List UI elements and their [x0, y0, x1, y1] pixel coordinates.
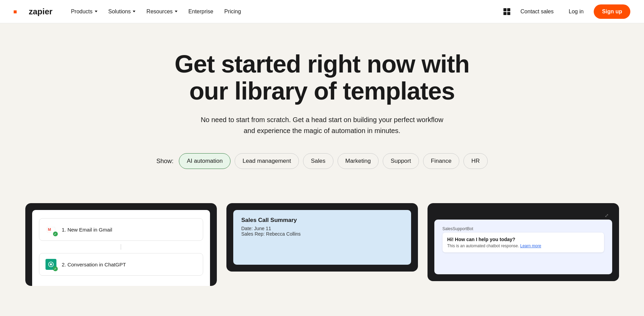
filter-ai-automation[interactable]: AI automation — [179, 153, 231, 169]
filter-finance[interactable]: Finance — [423, 153, 459, 169]
sales-date: Date: June 11 — [241, 226, 403, 231]
contact-sales-link[interactable]: Contact sales — [516, 6, 558, 17]
sales-template-card[interactable]: Sales Call Summary Date: June 11 Sales R… — [226, 203, 418, 286]
chatbot-name: SalesSupportBot — [443, 226, 604, 231]
nav-links: Products Solutions Resources Enterprise … — [66, 6, 503, 17]
chatgpt-step-2: 2. Conversation in ChatGPT — [39, 253, 203, 276]
chatgpt-icon — [45, 258, 57, 271]
resize-icon: ⤢ — [605, 213, 609, 218]
chatbot-subtext: This is an automated chatbot response. L… — [447, 243, 599, 248]
check-icon — [53, 266, 58, 271]
filter-marketing[interactable]: Marketing — [338, 153, 379, 169]
navbar: zapier Products Solutions Resources Ente… — [0, 0, 644, 23]
svg-point-5 — [50, 263, 52, 265]
sales-content: Sales Call Summary Date: June 11 Sales R… — [233, 210, 411, 265]
filter-row: Show: AI automation Lead management Sale… — [14, 153, 630, 169]
chevron-down-icon — [95, 11, 97, 12]
chatbot-bubble: Hi! How can I help you today? This is an… — [443, 233, 604, 252]
nav-right: Contact sales Log in Sign up — [503, 4, 630, 19]
chatbot-learn-more[interactable]: Learn more — [520, 243, 541, 248]
login-link[interactable]: Log in — [564, 6, 589, 17]
sales-title: Sales Call Summary — [241, 217, 403, 224]
chatbot-template-card[interactable]: ⤢ SalesSupportBot Hi! How can I help you… — [428, 203, 619, 286]
filter-sales[interactable]: Sales — [303, 153, 333, 169]
chevron-down-icon — [133, 11, 135, 12]
filter-lead-management[interactable]: Lead management — [235, 153, 299, 169]
resize-handle: ⤢ — [434, 210, 612, 218]
step2-label: 2. Conversation in ChatGPT — [62, 262, 126, 267]
chatbot-content: SalesSupportBot Hi! How can I help you t… — [434, 220, 612, 274]
step-connector — [121, 244, 121, 250]
nav-enterprise[interactable]: Enterprise — [184, 6, 218, 17]
filter-hr[interactable]: HR — [463, 153, 488, 169]
hero-subtitle: No need to start from scratch. Get a hea… — [199, 114, 445, 136]
gmail-icon: M — [45, 223, 57, 236]
logo[interactable]: zapier — [14, 7, 52, 16]
svg-rect-0 — [14, 10, 17, 13]
sales-rep: Sales Rep: Rebecca Collins — [241, 231, 403, 237]
chatbot-greeting: Hi! How can I help you today? — [447, 237, 599, 242]
signup-button[interactable]: Sign up — [594, 4, 630, 19]
gmail-template-card[interactable]: M 1. New Email in Gmail — [25, 203, 217, 286]
filter-show-label: Show: — [156, 158, 173, 165]
gmail-step-1: M 1. New Email in Gmail — [39, 218, 203, 241]
nav-products[interactable]: Products — [66, 6, 102, 17]
apps-grid-icon[interactable] — [503, 8, 510, 15]
svg-text:M: M — [48, 227, 51, 232]
hero-section: Get started right now with our library o… — [0, 23, 644, 203]
step1-label: 1. New Email in Gmail — [62, 227, 113, 233]
check-icon — [53, 232, 58, 236]
template-cards: M 1. New Email in Gmail — [0, 203, 644, 286]
hero-title: Get started right now with our library o… — [168, 51, 476, 105]
nav-resources[interactable]: Resources — [142, 6, 182, 17]
filter-support[interactable]: Support — [383, 153, 419, 169]
nav-solutions[interactable]: Solutions — [104, 6, 141, 17]
chevron-down-icon — [175, 11, 178, 12]
logo-text: zapier — [29, 7, 52, 16]
nav-pricing[interactable]: Pricing — [220, 6, 246, 17]
